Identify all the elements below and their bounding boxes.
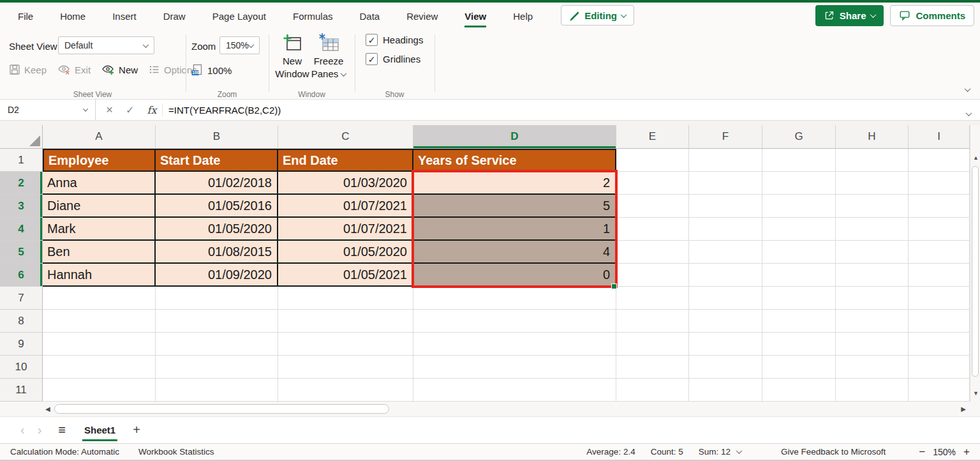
cell-A5[interactable]: Ben [43,241,156,264]
row-header-1[interactable]: 1 [0,149,43,172]
cell-A8[interactable] [43,310,156,333]
cell-E5[interactable] [616,241,689,264]
menu-file[interactable]: File [18,4,33,27]
cell-H9[interactable] [836,333,909,356]
cell-G6[interactable] [762,264,836,287]
cell-E4[interactable] [616,218,689,241]
cell-F2[interactable] [689,172,762,195]
row-header-2-selected[interactable]: 2 [0,172,43,195]
cell-F9[interactable] [689,333,762,356]
cell-H10[interactable] [836,356,909,379]
scroll-left-icon[interactable]: ◀ [45,405,50,412]
menu-draw[interactable]: Draw [163,4,186,27]
cell-I7[interactable] [909,287,970,310]
aggregate-options-chevron-icon[interactable] [736,448,743,454]
row-header-4-selected[interactable]: 4 [0,218,43,241]
horizontal-scrollbar[interactable]: ◀ ▶ [0,402,980,416]
gridlines-checkbox[interactable]: ✓ [366,53,378,65]
cell-G7[interactable] [762,287,836,310]
cell-H1[interactable] [836,149,909,172]
cell-B8[interactable] [156,310,278,333]
cell-G3[interactable] [762,195,836,218]
cell-I2[interactable] [909,172,970,195]
row-header-9[interactable]: 9 [0,333,43,356]
column-header-H[interactable]: H [836,125,909,149]
row-header-11[interactable]: 11 [0,379,43,402]
cell-E10[interactable] [616,356,689,379]
cell-F7[interactable] [689,287,762,310]
cell-H4[interactable] [836,218,909,241]
menu-review[interactable]: Review [406,4,438,27]
cell-H3[interactable] [836,195,909,218]
share-button[interactable]: Share [815,5,884,26]
sheet-list-menu-icon[interactable]: ≡ [58,423,66,437]
cell-B2[interactable]: 01/02/2018 [156,172,278,195]
scroll-right-icon[interactable]: ▶ [961,405,966,412]
zoom-100-button[interactable]: 100 100% [191,64,232,77]
cell-E7[interactable] [616,287,689,310]
cell-H8[interactable] [836,310,909,333]
menu-help[interactable]: Help [513,4,533,27]
cell-A3[interactable]: Diane [43,195,156,218]
cell-B9[interactable] [156,333,278,356]
add-sheet-icon[interactable]: + [133,423,140,437]
cell-F8[interactable] [689,310,762,333]
cell-F3[interactable] [689,195,762,218]
comments-button[interactable]: Comments [890,5,974,26]
scroll-down-icon[interactable]: ▼ [973,390,979,397]
cell-I8[interactable] [909,310,970,333]
cell-E9[interactable] [616,333,689,356]
column-header-C[interactable]: C [278,125,413,149]
fill-handle[interactable] [611,283,617,289]
cell-B11[interactable] [156,379,278,402]
cell-A11[interactable] [43,379,156,402]
menu-view-active[interactable]: View [464,4,486,27]
sheet-view-dropdown[interactable]: Default [58,36,154,54]
cell-H7[interactable] [836,287,909,310]
cell-A7[interactable] [43,287,156,310]
cell-D11[interactable] [413,379,616,402]
cell-F5[interactable] [689,241,762,264]
cell-I11[interactable] [909,379,970,402]
cell-I10[interactable] [909,356,970,379]
menu-insert[interactable]: Insert [112,4,137,27]
cell-D2-active[interactable]: 2 [413,172,616,195]
select-all-corner[interactable] [0,125,43,149]
cell-D9[interactable] [413,333,616,356]
cell-D6-selected[interactable]: 0 [413,264,616,287]
column-header-F[interactable]: F [689,125,762,149]
cancel-icon[interactable]: × [106,103,113,117]
cell-D1[interactable]: Years of Service [413,149,616,172]
cell-A9[interactable] [43,333,156,356]
scroll-up-icon[interactable]: ▲ [973,155,979,161]
column-header-D-selected[interactable]: D [413,125,616,149]
workbook-statistics-button[interactable]: Workbook Statistics [138,447,214,457]
formula-input[interactable]: =INT(YEARFRAC(B2,C2)) [168,100,281,120]
editing-mode-dropdown[interactable]: Editing [561,5,634,26]
cell-B7[interactable] [156,287,278,310]
zoom-dropdown[interactable]: 150% [219,36,260,54]
insert-function-icon[interactable]: fx [147,104,157,116]
menu-formulas[interactable]: Formulas [293,4,333,27]
cell-E3[interactable] [616,195,689,218]
cell-G8[interactable] [762,310,836,333]
cell-D7[interactable] [413,287,616,310]
cell-C6[interactable]: 01/05/2021 [278,264,413,287]
zoom-in-icon[interactable]: + [963,446,970,458]
enter-icon[interactable]: ✓ [126,104,134,116]
cell-I6[interactable] [909,264,970,287]
cell-G4[interactable] [762,218,836,241]
cell-A1[interactable]: Employee [43,149,156,172]
freeze-panes-button[interactable]: Freeze Panes [311,33,346,80]
cell-I5[interactable] [909,241,970,264]
cell-G11[interactable] [762,379,836,402]
cell-C10[interactable] [278,356,413,379]
cell-H5[interactable] [836,241,909,264]
zoom-level[interactable]: 150% [933,447,956,457]
row-header-7[interactable]: 7 [0,287,43,310]
row-header-3-selected[interactable]: 3 [0,195,43,218]
cell-E8[interactable] [616,310,689,333]
cell-B10[interactable] [156,356,278,379]
cell-H6[interactable] [836,264,909,287]
row-header-6-selected[interactable]: 6 [0,264,43,287]
